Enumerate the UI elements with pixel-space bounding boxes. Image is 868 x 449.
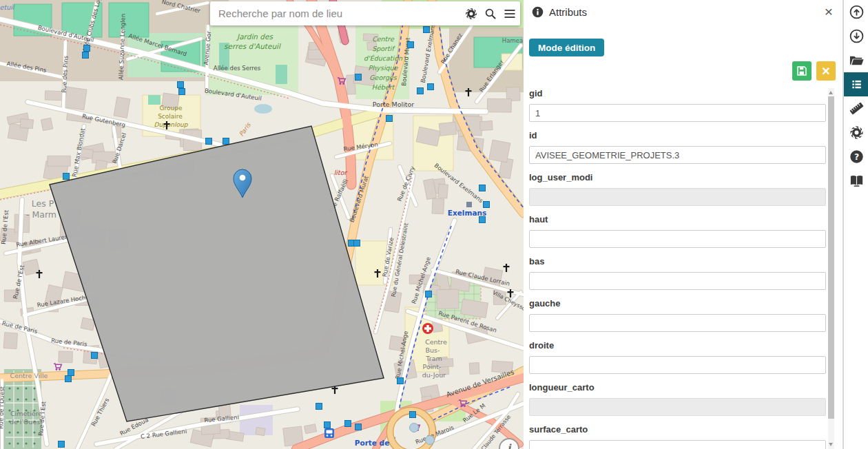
field-label-gid: gid <box>529 88 826 98</box>
search-icon[interactable] <box>484 8 497 20</box>
cancel-button[interactable]: ✕ <box>816 61 836 81</box>
field-label-bas: bas <box>529 256 826 267</box>
field-label-longueur_carto: longueur_carto <box>529 382 826 393</box>
map-label: Hamea <box>502 37 523 44</box>
panel-header: Attributs × <box>524 0 843 25</box>
search-bar <box>210 1 520 25</box>
field-input-haut[interactable] <box>529 230 826 248</box>
field-label-haut: haut <box>529 214 826 224</box>
field-group-haut: haut <box>529 214 826 248</box>
map-label: Groupe <box>160 105 183 112</box>
vertex-marker[interactable] <box>424 27 430 33</box>
map-label: litor <box>334 169 349 176</box>
map-label: Bus- <box>426 346 440 354</box>
vertex-marker[interactable] <box>479 185 486 191</box>
field-group-log_user_modi: log_user_modi <box>529 172 826 206</box>
vertex-marker[interactable] <box>417 88 424 94</box>
vertex-marker[interactable] <box>223 138 229 145</box>
vertex-marker[interactable] <box>355 424 362 430</box>
attributes-form: gididlog_user_modihautbasgauchedroitelon… <box>529 88 826 449</box>
map-label: du-Jour <box>422 371 446 379</box>
field-group-id: id <box>529 130 826 164</box>
map-label: Exelmans <box>448 209 486 217</box>
vertex-marker[interactable] <box>84 45 90 52</box>
field-input-surface_carto[interactable] <box>529 440 826 449</box>
field-group-gid: gid <box>529 88 826 122</box>
map-label: d'Éducation <box>364 54 403 62</box>
menu-icon[interactable] <box>504 8 516 20</box>
map-label: - Marm <box>26 209 56 220</box>
search-input[interactable] <box>210 1 475 25</box>
toolbar-item-measure-ruler[interactable] <box>844 96 868 121</box>
vertex-marker[interactable] <box>92 353 98 359</box>
panel-scrollbar[interactable] <box>828 88 834 449</box>
field-input-droite[interactable] <box>529 356 826 374</box>
field-label-id: id <box>529 130 826 140</box>
scrollbar-up-arrow[interactable] <box>829 91 833 94</box>
vertex-marker[interactable] <box>65 376 72 382</box>
map-label: de l'Ouest <box>10 418 43 426</box>
map-label: Les P <box>32 198 54 209</box>
vertex-marker[interactable] <box>83 52 89 59</box>
toolbar-item-circle-arrow-up[interactable] <box>844 0 868 24</box>
vertex-marker[interactable] <box>410 412 416 418</box>
vertex-marker[interactable] <box>479 217 486 223</box>
field-input-longueur_carto <box>529 398 826 416</box>
map-canvas[interactable]: Boulevard d'AuteuilBoulevard d'AuteuilAl… <box>0 0 524 449</box>
field-input-gauche[interactable] <box>529 314 826 332</box>
vertex-marker[interactable] <box>206 138 212 145</box>
vertex-marker[interactable] <box>397 378 404 384</box>
vertex-marker[interactable] <box>354 240 360 247</box>
vertex-marker[interactable] <box>484 202 490 208</box>
save-button[interactable] <box>792 61 812 81</box>
map-label: serres d'Auteuil <box>224 42 281 50</box>
map-label: Georges <box>369 74 397 81</box>
map-label: Allée des Serres <box>214 65 261 72</box>
toolbar-item-help-question[interactable]: ? <box>844 145 868 169</box>
map-label: Physique <box>369 64 399 72</box>
map-label: Centre Ville <box>10 372 48 379</box>
field-group-droite: droite <box>529 340 826 374</box>
vertex-marker[interactable] <box>345 421 351 427</box>
map-area[interactable]: Boulevard d'AuteuilBoulevard d'AuteuilAl… <box>0 0 524 449</box>
vertex-marker[interactable] <box>324 422 331 428</box>
vertex-marker[interactable] <box>386 116 393 122</box>
field-input-id[interactable] <box>529 146 826 164</box>
toolbar-item-folder-open[interactable] <box>844 48 868 72</box>
field-group-bas: bas <box>529 256 826 290</box>
floppy-disk-icon <box>796 65 808 77</box>
vertex-marker[interactable] <box>426 291 432 297</box>
map-label: Jardin des <box>236 32 273 41</box>
panel-title: Attributs <box>549 6 587 18</box>
vertex-marker[interactable] <box>316 404 322 410</box>
svg-text:?: ? <box>854 152 858 162</box>
toolbar-item-documentation-book[interactable] <box>844 169 868 193</box>
close-icon[interactable]: × <box>825 3 833 21</box>
field-label-surface_carto: surface_carto <box>529 424 826 435</box>
info-icon <box>532 6 544 18</box>
field-label-gauche: gauche <box>529 298 826 309</box>
scrollbar-thumb[interactable] <box>828 96 834 419</box>
vertex-marker[interactable] <box>63 174 70 180</box>
map-label: etuil <box>0 3 15 11</box>
toolbar-item-layers-list[interactable] <box>844 72 868 96</box>
vertex-marker[interactable] <box>68 370 74 376</box>
map-label: Tram <box>425 355 442 362</box>
field-input-gid[interactable] <box>529 104 826 122</box>
field-input-bas[interactable] <box>529 272 826 290</box>
map-label: Duponloup <box>154 121 189 128</box>
search-settings-gear-icon[interactable] <box>465 8 477 20</box>
vertex-marker[interactable] <box>59 441 65 448</box>
map-label: Porte de <box>355 439 390 447</box>
edit-mode-button[interactable]: Mode édition <box>529 39 604 56</box>
vertex-marker[interactable] <box>178 82 184 88</box>
vertex-marker[interactable] <box>408 42 414 48</box>
toolbar-item-circle-arrow-down[interactable] <box>844 24 868 48</box>
field-label-log_user_modi: log_user_modi <box>529 172 826 182</box>
toolbar-item-settings-gear[interactable] <box>844 121 868 145</box>
vertex-marker[interactable] <box>179 89 185 95</box>
vertex-marker[interactable] <box>355 74 362 81</box>
vertex-marker[interactable] <box>428 84 434 90</box>
map-label: Sportif <box>372 45 395 52</box>
scrollbar-down-arrow[interactable] <box>829 443 833 446</box>
